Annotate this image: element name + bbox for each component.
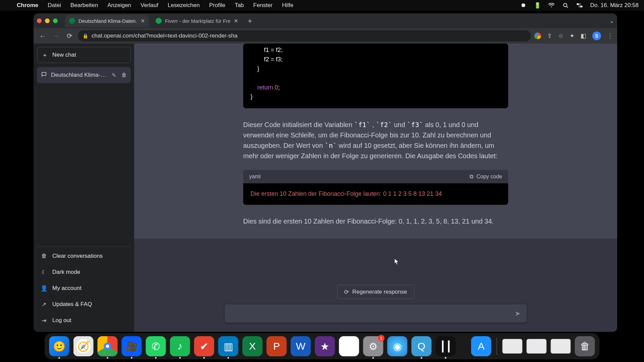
- record-icon[interactable]: ⏺: [520, 3, 527, 8]
- message-composer[interactable]: ➤: [225, 304, 527, 322]
- battery-icon[interactable]: 🔋: [534, 3, 541, 8]
- message-input[interactable]: [231, 310, 515, 317]
- dark-mode-button[interactable]: ☾ Dark mode: [37, 264, 131, 280]
- dock-finder[interactable]: 🙂: [49, 336, 69, 356]
- back-button[interactable]: ←: [38, 32, 48, 40]
- wifi-icon[interactable]: [548, 3, 555, 8]
- rename-icon[interactable]: ✎: [112, 72, 116, 78]
- menu-tab[interactable]: Tab: [235, 2, 244, 9]
- macos-menubar: Chrome Datei Bearbeiten Anzeigen Verlauf…: [0, 0, 644, 11]
- kebab-menu-icon[interactable]: ⋮: [607, 32, 613, 40]
- dock-todoist[interactable]: ✔: [194, 336, 214, 356]
- menu-anzeigen[interactable]: Anzeigen: [107, 2, 131, 9]
- menu-datei[interactable]: Datei: [48, 2, 61, 9]
- dock-spotify[interactable]: ♪: [170, 336, 190, 356]
- search-icon[interactable]: [562, 3, 569, 8]
- dock-minimized-window[interactable]: [551, 339, 571, 354]
- dock-word[interactable]: W: [291, 336, 311, 356]
- dock-powerpoint[interactable]: P: [267, 336, 287, 356]
- inline-code: `n`: [325, 141, 337, 149]
- dock-trello[interactable]: ▥: [218, 336, 238, 356]
- dock-trash[interactable]: 🗑: [575, 336, 595, 356]
- dock-drive[interactable]: ▲: [339, 336, 359, 356]
- menu-profile[interactable]: Profile: [209, 2, 225, 9]
- share-icon[interactable]: ⇪: [547, 32, 552, 40]
- extensions-icon[interactable]: ✦: [570, 32, 575, 40]
- menu-hilfe[interactable]: Hilfe: [282, 2, 293, 9]
- conversation-item[interactable]: Deutschland Klima-Da ✎ 🗑: [37, 67, 131, 83]
- dock-minimized-window[interactable]: [502, 339, 523, 354]
- tab-active[interactable]: Deutschland Klima-Daten. ✕: [65, 15, 149, 27]
- code-body[interactable]: f1 = f2; f2 = f3; } return 0; }: [243, 44, 508, 108]
- svg-point-5: [579, 6, 580, 7]
- dock-safari[interactable]: 🧭: [73, 336, 94, 356]
- dock-settings[interactable]: ⚙1: [363, 336, 383, 356]
- updates-label: Updates & FAQ: [52, 301, 92, 308]
- dock-appstore[interactable]: A: [471, 336, 491, 356]
- menubar-app-name[interactable]: Chrome: [17, 2, 38, 9]
- inline-code: `f2`: [376, 121, 392, 129]
- new-chat-button[interactable]: ＋ New chat: [37, 47, 131, 63]
- updates-faq-button[interactable]: ↗ Updates & FAQ: [37, 296, 131, 312]
- menu-lesezeichen[interactable]: Lesezeichen: [168, 2, 200, 9]
- window-close-button[interactable]: [37, 18, 42, 23]
- dock: 🙂 🧭 🎥 ✆ ♪ ✔ ▥ X P W ★ ▲ ⚙1 ◉ Q ┃┃ A 🗑: [45, 333, 600, 359]
- bookmark-icon[interactable]: ☆: [558, 32, 564, 40]
- code-block: f1 = f2; f2 = f3; } return 0; }: [243, 44, 508, 108]
- menu-fenster[interactable]: Fenster: [253, 2, 273, 9]
- dock-imovie[interactable]: ★: [315, 336, 335, 356]
- control-center-icon[interactable]: [576, 3, 583, 8]
- dock-zoom[interactable]: 🎥: [122, 336, 142, 356]
- moon-icon: ☾: [40, 269, 48, 276]
- tab-strip: Deutschland Klima-Daten. ✕ Fiverr - der …: [34, 13, 617, 28]
- browser-toolbar: ← → ⟳ 🔒 chat.openai.com/chat?model=text-…: [34, 28, 617, 44]
- tab-close-icon[interactable]: ✕: [141, 18, 145, 24]
- chat-bubble-icon: [41, 71, 47, 79]
- tab-overflow-chevron-icon[interactable]: ⌄: [609, 18, 614, 24]
- person-icon: 👤: [40, 285, 48, 292]
- menubar-clock[interactable]: Do. 16. März 20:58: [590, 2, 639, 9]
- new-tab-button[interactable]: ＋: [245, 16, 255, 26]
- copy-label: Copy code: [477, 173, 502, 181]
- menu-bearbeiten[interactable]: Bearbeiten: [70, 2, 98, 9]
- omnibox[interactable]: 🔒 chat.openai.com/chat?model=text-davinc…: [78, 30, 531, 42]
- window-minimize-button[interactable]: [45, 18, 50, 23]
- delete-icon[interactable]: 🗑: [121, 72, 127, 78]
- profile-avatar[interactable]: S: [592, 32, 601, 40]
- chrome-window: Deutschland Klima-Daten. ✕ Fiverr - der …: [34, 13, 617, 332]
- window-controls: [37, 18, 58, 23]
- tab-close-icon[interactable]: ✕: [234, 18, 238, 24]
- sidepanel-icon[interactable]: ◧: [581, 32, 586, 40]
- google-account-icon[interactable]: [534, 33, 541, 39]
- inline-code: `f3`: [407, 121, 423, 129]
- clear-conversations-button[interactable]: 🗑 Clear conversations: [37, 248, 131, 264]
- dock-minimized-window[interactable]: [527, 339, 547, 354]
- my-account-button[interactable]: 👤 My account: [37, 280, 131, 296]
- tab-inactive[interactable]: Fiverr - der Marktplatz für Fre ✕: [152, 15, 242, 27]
- dock-quicktime[interactable]: Q: [412, 336, 432, 356]
- dock-excel[interactable]: X: [243, 336, 263, 356]
- omnibox-url: chat.openai.com/chat?model=text-davinci-…: [92, 33, 237, 39]
- regenerate-button[interactable]: ⟳ Regenerate response: [337, 285, 414, 299]
- plus-icon: ＋: [42, 51, 48, 59]
- reload-button[interactable]: ⟳: [64, 32, 74, 40]
- dock-voicememos[interactable]: ┃┃: [436, 336, 456, 356]
- text: Dieser Code initialisiert die Variablen: [243, 121, 354, 128]
- copy-code-button[interactable]: ⧉ Copy code: [470, 173, 502, 181]
- chat-area: f1 = f2; f2 = f3; } return 0; } Dieser C…: [134, 44, 617, 332]
- text: und: [394, 121, 407, 128]
- forward-button[interactable]: →: [51, 32, 61, 40]
- svg-point-3: [579, 3, 580, 5]
- dock-siri[interactable]: ◉: [387, 336, 408, 356]
- code-body[interactable]: Die ersten 10 Zahlen der Fibonacci-Folge…: [243, 183, 508, 205]
- send-icon[interactable]: ➤: [515, 309, 521, 317]
- window-zoom-button[interactable]: [53, 18, 58, 23]
- dock-whatsapp[interactable]: ✆: [146, 336, 166, 356]
- badge: 1: [378, 335, 385, 342]
- fiverr-favicon-icon: [156, 18, 162, 24]
- dock-chrome[interactable]: [98, 336, 118, 356]
- logout-icon: ⇥: [40, 317, 48, 324]
- menu-verlauf[interactable]: Verlauf: [141, 2, 158, 9]
- logout-button[interactable]: ⇥ Log out: [37, 312, 131, 328]
- dark-label: Dark mode: [52, 269, 80, 276]
